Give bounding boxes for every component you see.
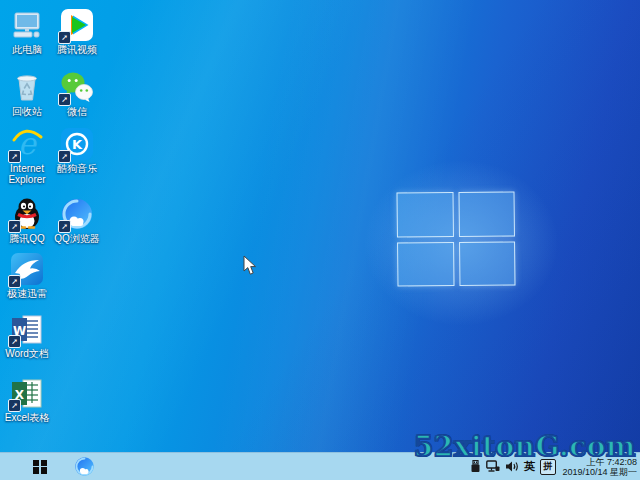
shortcut-arrow-badge: ➚ bbox=[8, 275, 21, 288]
start-button[interactable] bbox=[26, 453, 54, 480]
shortcut-arrow-badge: ➚ bbox=[58, 31, 71, 44]
tencent-video-icon: ➚ bbox=[60, 8, 94, 42]
desktop-icon-this-pc[interactable]: 此电脑 bbox=[0, 8, 54, 55]
desktop-icon-qq-browser[interactable]: ➚ QQ浏览器 bbox=[50, 197, 104, 244]
icon-label: 回收站 bbox=[12, 106, 42, 117]
desktop-icon-tencent-qq[interactable]: ➚ 腾讯QQ bbox=[0, 197, 54, 244]
shortcut-arrow-badge: ➚ bbox=[8, 150, 21, 163]
taskbar-qq-browser-button[interactable] bbox=[74, 456, 95, 477]
wechat-icon: ➚ bbox=[60, 70, 94, 104]
windows-logo-pane bbox=[459, 241, 516, 286]
shortcut-arrow-badge: ➚ bbox=[58, 220, 71, 233]
tencent-qq-icon: ➚ bbox=[10, 197, 44, 231]
icon-label: 极速迅雷 bbox=[7, 288, 47, 299]
icon-label: Internet Explorer bbox=[0, 163, 54, 185]
watermark-text: 52xitonG.com bbox=[414, 430, 636, 463]
excel-icon: X ➚ bbox=[10, 376, 44, 410]
desktop-icon-tencent-video[interactable]: ➚ 腾讯视频 bbox=[50, 8, 104, 55]
desktop-icon-xunlei[interactable]: ➚ 极速迅雷 bbox=[0, 252, 54, 299]
icon-label: Word文档 bbox=[5, 348, 49, 359]
this-pc-icon bbox=[10, 8, 44, 42]
icon-label: 此电脑 bbox=[12, 44, 42, 55]
desktop-icon-word[interactable]: W ➚ Word文档 bbox=[0, 312, 54, 359]
recycle-bin-icon bbox=[10, 70, 44, 104]
windows-logo-pane bbox=[397, 242, 454, 287]
desktop-icon-excel[interactable]: X ➚ Excel表格 bbox=[0, 376, 54, 423]
icon-label: 腾讯视频 bbox=[57, 44, 97, 55]
icon-label: 腾讯QQ bbox=[9, 233, 45, 244]
qq-browser-icon: ➚ bbox=[60, 197, 94, 231]
windows-logo-pane bbox=[458, 191, 515, 236]
windows-start-icon bbox=[33, 460, 47, 474]
clock-date: 2019/10/14 星期一 bbox=[561, 467, 637, 477]
desktop-icon-recycle-bin[interactable]: 回收站 bbox=[0, 70, 54, 117]
kugou-music-icon: K ➚ bbox=[60, 127, 94, 161]
word-icon: W ➚ bbox=[10, 312, 44, 346]
icon-label: 微信 bbox=[67, 106, 87, 117]
internet-explorer-icon: e ➚ bbox=[10, 127, 44, 161]
shortcut-arrow-badge: ➚ bbox=[58, 93, 71, 106]
icon-label: Excel表格 bbox=[5, 412, 49, 423]
desktop-icon-wechat[interactable]: ➚ 微信 bbox=[50, 70, 104, 117]
shortcut-arrow-badge: ➚ bbox=[8, 220, 21, 233]
shortcut-arrow-badge: ➚ bbox=[8, 335, 21, 348]
windows-logo-pane bbox=[397, 192, 454, 237]
xunlei-icon: ➚ bbox=[10, 252, 44, 286]
icon-label: 酷狗音乐 bbox=[57, 163, 97, 174]
desktop-icon-kugou[interactable]: K ➚ 酷狗音乐 bbox=[50, 127, 104, 174]
svg-text:K: K bbox=[72, 137, 83, 152]
desktop-icon-internet-explorer[interactable]: e ➚ Internet Explorer bbox=[0, 127, 54, 185]
icon-label: QQ浏览器 bbox=[54, 233, 100, 244]
windows-logo bbox=[397, 191, 516, 286]
shortcut-arrow-badge: ➚ bbox=[58, 150, 71, 163]
shortcut-arrow-badge: ➚ bbox=[8, 399, 21, 412]
